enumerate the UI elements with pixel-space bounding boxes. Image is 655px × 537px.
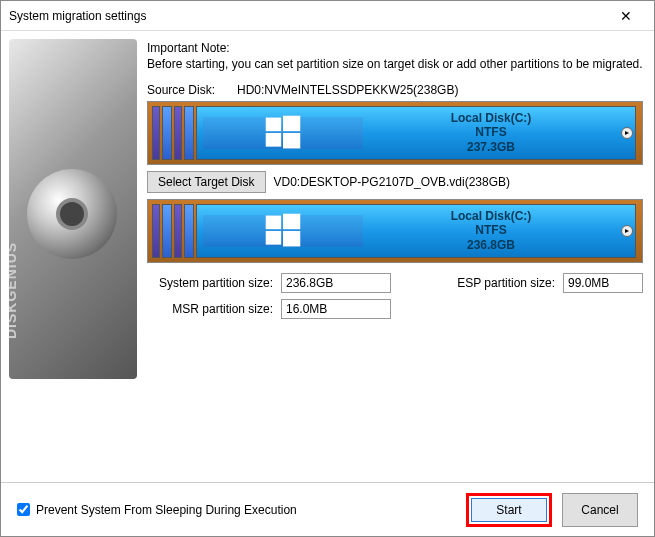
close-icon[interactable]: ✕ xyxy=(606,8,646,24)
source-seg-4 xyxy=(184,106,194,160)
note-title: Important Note: xyxy=(147,41,643,55)
target-disk-value: VD0:DESKTOP-PG2107D_OVB.vdi(238GB) xyxy=(274,175,511,189)
source-partition-name: Local Disk(C:) xyxy=(363,111,619,125)
source-seg-1 xyxy=(152,106,160,160)
window-title: System migration settings xyxy=(9,9,606,23)
source-seg-2 xyxy=(162,106,172,160)
source-disk-value: HD0:NVMeINTELSSDPEKKW25(238GB) xyxy=(237,83,458,97)
sidebar: DISKGENIUS xyxy=(1,31,141,471)
source-partition-fs: NTFS xyxy=(363,125,619,139)
windows-icon xyxy=(203,215,363,247)
target-seg-1 xyxy=(152,204,160,258)
brand-label: DISKGENIUS xyxy=(9,242,19,339)
disk-illustration: DISKGENIUS xyxy=(9,39,137,379)
source-partition-size: 237.3GB xyxy=(363,140,619,154)
svg-rect-7 xyxy=(283,231,300,246)
source-disk-row: Source Disk: HD0:NVMeINTELSSDPEKKW25(238… xyxy=(147,83,643,97)
source-seg-3 xyxy=(174,106,182,160)
source-disk-bar: Local Disk(C:) NTFS 237.3GB ▸ xyxy=(147,101,643,165)
svg-rect-2 xyxy=(266,133,281,147)
svg-rect-5 xyxy=(283,213,300,228)
target-partition-name: Local Disk(C:) xyxy=(363,209,619,223)
target-partition-fs: NTFS xyxy=(363,223,619,237)
esp-size-label: ESP partition size: xyxy=(449,276,559,290)
start-highlight: Start xyxy=(466,493,552,527)
target-partition-size: 236.8GB xyxy=(363,238,619,252)
size-grid: System partition size: ESP partition siz… xyxy=(147,273,643,319)
target-seg-2 xyxy=(162,204,172,258)
svg-rect-4 xyxy=(266,215,281,229)
target-partition-info: Local Disk(C:) NTFS 236.8GB xyxy=(363,215,619,247)
select-target-disk-button[interactable]: Select Target Disk xyxy=(147,171,266,193)
source-disk-label: Source Disk: xyxy=(147,83,237,97)
target-disk-row: Select Target Disk VD0:DESKTOP-PG2107D_O… xyxy=(147,171,643,193)
prevent-sleep-checkbox[interactable]: Prevent System From Sleeping During Exec… xyxy=(17,503,297,517)
svg-rect-0 xyxy=(266,117,281,131)
main-panel: Important Note: Before starting, you can… xyxy=(141,31,655,471)
content: DISKGENIUS Important Note: Before starti… xyxy=(1,31,654,471)
source-partition-info: Local Disk(C:) NTFS 237.3GB xyxy=(363,117,619,149)
svg-rect-1 xyxy=(283,115,300,130)
note-body: Before starting, you can set partition s… xyxy=(147,57,643,73)
prevent-sleep-input[interactable] xyxy=(17,503,30,516)
footer: Prevent System From Sleeping During Exec… xyxy=(1,482,654,536)
target-main-partition[interactable]: Local Disk(C:) NTFS 236.8GB ▸ xyxy=(196,204,636,258)
esp-size-input[interactable] xyxy=(563,273,643,293)
target-seg-4 xyxy=(184,204,194,258)
windows-icon xyxy=(203,117,363,149)
cancel-button[interactable]: Cancel xyxy=(562,493,638,527)
titlebar: System migration settings ✕ xyxy=(1,1,654,31)
resize-handle-icon[interactable]: ▸ xyxy=(621,127,633,139)
system-size-input[interactable] xyxy=(281,273,391,293)
footer-buttons: Start Cancel xyxy=(466,493,638,527)
target-seg-3 xyxy=(174,204,182,258)
svg-rect-6 xyxy=(266,231,281,245)
msr-size-input[interactable] xyxy=(281,299,391,319)
system-size-label: System partition size: xyxy=(147,276,277,290)
prevent-sleep-label: Prevent System From Sleeping During Exec… xyxy=(36,503,297,517)
svg-rect-3 xyxy=(283,133,300,148)
source-main-partition[interactable]: Local Disk(C:) NTFS 237.3GB ▸ xyxy=(196,106,636,160)
msr-size-label: MSR partition size: xyxy=(147,302,277,316)
resize-handle-icon[interactable]: ▸ xyxy=(621,225,633,237)
start-button[interactable]: Start xyxy=(471,498,547,522)
target-disk-bar: Local Disk(C:) NTFS 236.8GB ▸ xyxy=(147,199,643,263)
